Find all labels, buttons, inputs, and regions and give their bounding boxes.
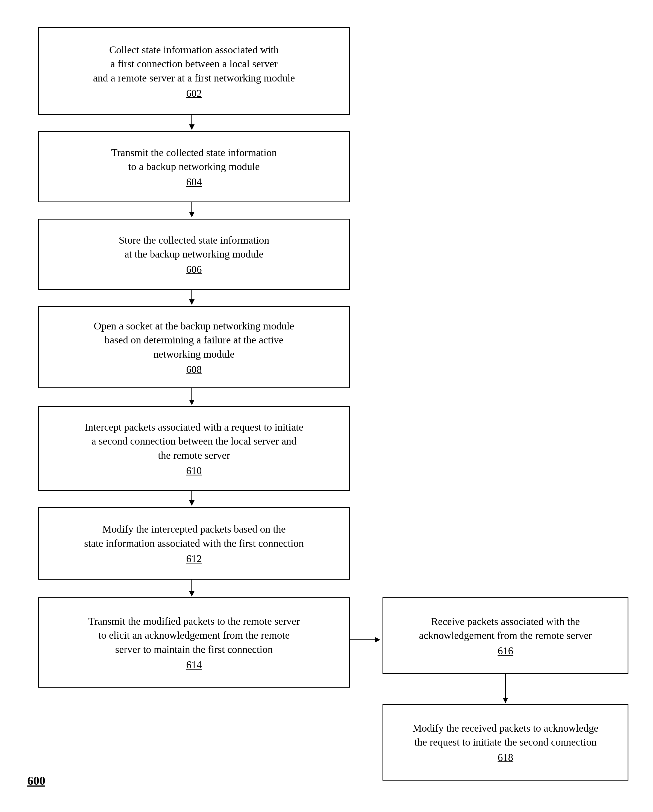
svg-marker-9 [189, 500, 195, 506]
svg-marker-5 [189, 299, 195, 305]
box-604-ref: 604 [186, 176, 202, 188]
svg-marker-7 [189, 400, 195, 405]
box-602-text: Collect state information associated wit… [93, 43, 295, 85]
box-616-ref: 616 [498, 645, 513, 657]
figure-label: 600 [27, 774, 46, 788]
box-612-ref: 612 [186, 553, 202, 565]
svg-marker-13 [375, 637, 381, 643]
box-606-text: Store the collected state information at… [119, 233, 269, 261]
svg-marker-15 [503, 698, 508, 703]
arrow-610-612 [191, 491, 192, 507]
box-602-ref: 602 [186, 87, 202, 99]
arrow-614-616 [350, 638, 382, 641]
fig-label-text: 600 [27, 774, 46, 788]
box-604: Transmit the collected state information… [38, 131, 350, 202]
box-608-text: Open a socket at the backup networking m… [94, 319, 294, 361]
arrow-612-614 [191, 580, 192, 597]
box-614: Transmit the modified packets to the rem… [38, 597, 350, 688]
box-610-text: Intercept packets associated with a requ… [85, 420, 304, 462]
arrow-602-604 [191, 115, 192, 131]
svg-marker-1 [189, 124, 195, 130]
arrow-606-608 [191, 290, 192, 306]
svg-marker-11 [189, 591, 195, 597]
box-616-text: Receive packets associated with the ackn… [419, 615, 592, 643]
arrow-604-606 [191, 202, 192, 219]
box-608: Open a socket at the backup networking m… [38, 306, 350, 388]
box-606-ref: 606 [186, 263, 202, 275]
svg-marker-3 [189, 212, 195, 217]
box-602: Collect state information associated wit… [38, 27, 350, 115]
box-618-text: Modify the received packets to acknowled… [413, 721, 599, 749]
box-612: Modify the intercepted packets based on … [38, 507, 350, 580]
box-612-text: Modify the intercepted packets based on … [84, 522, 304, 550]
box-608-ref: 608 [186, 363, 202, 375]
box-614-ref: 614 [186, 659, 202, 671]
box-610: Intercept packets associated with a requ… [38, 406, 350, 491]
box-618-ref: 618 [498, 751, 513, 763]
diagram-container: Collect state information associated wit… [11, 11, 642, 804]
arrow-608-610 [191, 388, 192, 406]
box-606: Store the collected state information at… [38, 219, 350, 290]
arrow-616-618 [505, 674, 506, 704]
box-610-ref: 610 [186, 464, 202, 476]
box-616: Receive packets associated with the ackn… [382, 597, 629, 674]
box-614-text: Transmit the modified packets to the rem… [88, 614, 300, 656]
box-604-text: Transmit the collected state information… [111, 146, 277, 174]
box-618: Modify the received packets to acknowled… [382, 704, 629, 781]
